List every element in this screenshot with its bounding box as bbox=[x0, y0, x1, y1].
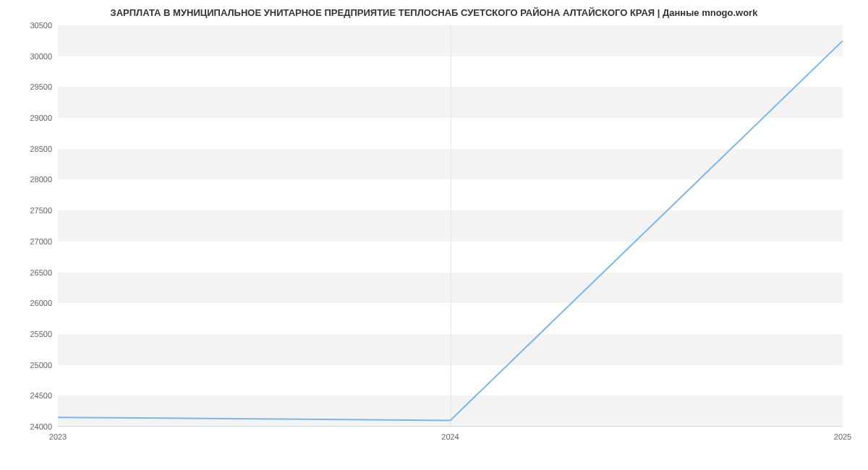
y-tick-label: 28500 bbox=[30, 145, 52, 153]
y-tick-label: 30500 bbox=[30, 21, 52, 30]
y-tick-label: 27500 bbox=[30, 206, 52, 215]
y-tick-label: 24500 bbox=[30, 391, 52, 400]
x-tick-label: 2025 bbox=[834, 432, 851, 441]
plot-area: 2400024500250002550026000265002700027500… bbox=[58, 25, 843, 427]
y-tick-label: 24000 bbox=[30, 422, 52, 431]
y-tick-label: 27000 bbox=[30, 237, 52, 246]
y-tick-label: 26000 bbox=[30, 299, 52, 307]
y-tick-label: 29000 bbox=[30, 114, 52, 122]
y-tick-label: 30000 bbox=[30, 52, 52, 61]
x-tick-label: 2023 bbox=[49, 432, 67, 441]
chart-container: ЗАРПЛАТА В МУНИЦИПАЛЬНОЕ УНИТАРНОЕ ПРЕДП… bbox=[0, 0, 868, 470]
y-tick-label: 28000 bbox=[30, 175, 52, 184]
x-tick-label: 2024 bbox=[441, 432, 459, 441]
line-series bbox=[58, 25, 843, 427]
y-tick-label: 25000 bbox=[30, 361, 52, 369]
chart-title: ЗАРПЛАТА В МУНИЦИПАЛЬНОЕ УНИТАРНОЕ ПРЕДП… bbox=[0, 7, 868, 18]
y-tick-label: 26500 bbox=[30, 268, 52, 277]
series-path bbox=[58, 40, 843, 420]
x-axis-line bbox=[58, 426, 843, 427]
y-tick-label: 25500 bbox=[30, 330, 52, 338]
y-tick-label: 29500 bbox=[30, 82, 52, 91]
